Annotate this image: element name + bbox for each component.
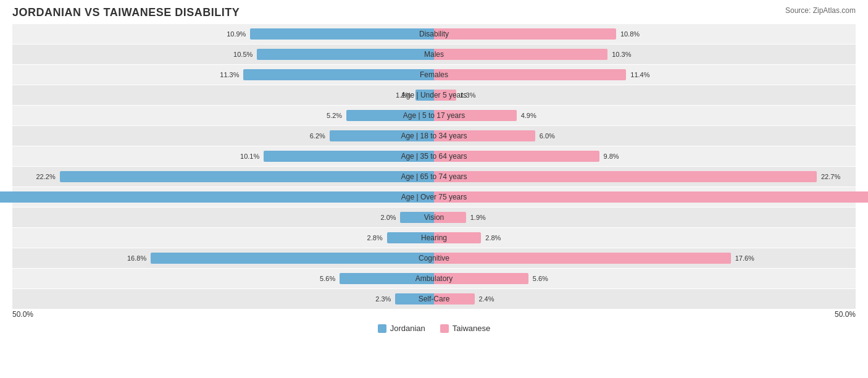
left-value: 10.5%: [233, 51, 252, 58]
right-bar: [434, 253, 731, 264]
left-bar: [387, 232, 434, 243]
taiwanese-color-swatch: [440, 324, 449, 333]
left-value: 5.2%: [327, 112, 342, 119]
right-bar: [434, 28, 616, 40]
bar-row: 16.8%17.6%Cognitive: [12, 248, 856, 268]
right-bar: [434, 293, 475, 304]
bar-row: 11.3%11.4%Females: [12, 65, 856, 85]
right-value: 1.3%: [460, 91, 475, 99]
left-value: 10.9%: [227, 30, 246, 38]
right-value: 2.4%: [478, 295, 494, 303]
left-bar: [257, 49, 434, 60]
jordanian-label: Jordanian: [390, 324, 425, 333]
left-bar: [340, 273, 434, 284]
bar-row: 5.2%4.9%Age | 5 to 17 years: [12, 106, 856, 125]
right-bar: [434, 69, 626, 80]
right-value: 4.9%: [521, 112, 536, 119]
bottom-left-label: 50.0%: [12, 310, 33, 319]
chart-title: JORDANIAN VS TAIWANESE DISABILITY: [12, 6, 240, 19]
bottom-right-label: 50.0%: [835, 310, 856, 319]
left-value: 6.2%: [310, 132, 325, 140]
left-value: 5.6%: [320, 275, 335, 282]
left-bar: [330, 130, 434, 141]
left-bar: [395, 293, 434, 304]
bar-row: 5.6%5.6%Ambulatory: [12, 269, 856, 288]
right-bar: [434, 110, 517, 121]
right-bar: [434, 130, 535, 141]
bar-row: 10.1%9.8%Age | 35 to 64 years: [12, 146, 856, 166]
bar-row: 46.1%48.2%Age | Over 75 years: [12, 187, 856, 207]
bar-row: 2.3%2.4%Self-Care: [12, 289, 856, 309]
right-value: 1.9%: [470, 214, 486, 221]
chart-container: JORDANIAN VS TAIWANESE DISABILITY Source…: [0, 0, 868, 378]
right-value: 5.6%: [533, 275, 548, 282]
right-value: 17.6%: [735, 254, 754, 262]
right-value: 22.7%: [821, 173, 840, 180]
right-value: 2.8%: [485, 234, 501, 242]
bar-row: 2.0%1.9%Vision: [12, 208, 856, 227]
right-value: 6.0%: [540, 132, 555, 140]
bar-row: 22.2%22.7%Age | 65 to 74 years: [12, 167, 856, 187]
bar-row: 6.2%6.0%Age | 18 to 34 years: [12, 126, 856, 146]
left-bar: [400, 212, 434, 223]
legend-taiwanese: Taiwanese: [440, 324, 490, 333]
right-bar: [434, 171, 817, 182]
right-bar: [434, 49, 607, 60]
bottom-labels: 50.0% 50.0%: [12, 310, 856, 319]
bar-row: 10.9%10.8%Disability: [12, 24, 856, 44]
right-bar: [434, 232, 481, 243]
left-value: 22.2%: [36, 173, 55, 180]
left-bar: [250, 28, 434, 40]
left-bar: [415, 90, 434, 101]
right-value: 9.8%: [604, 153, 619, 160]
right-bar: [434, 273, 528, 284]
right-value: 10.3%: [612, 51, 631, 58]
right-value: 10.8%: [620, 30, 640, 38]
left-bar: [346, 110, 434, 121]
left-bar: [0, 191, 434, 203]
rows-container: 10.9%10.8%Disability10.5%10.3%Males11.3%…: [12, 24, 856, 309]
left-bar: [60, 171, 435, 182]
left-value: 2.3%: [375, 295, 391, 303]
right-value: 11.4%: [630, 71, 649, 78]
left-value: 16.8%: [127, 254, 146, 262]
chart-source: Source: ZipAtlas.com: [785, 6, 856, 15]
left-value: 10.1%: [240, 153, 259, 160]
left-value: 2.8%: [367, 234, 383, 242]
right-bar: [434, 90, 456, 101]
bar-row: 2.8%2.8%Hearing: [12, 228, 856, 248]
bar-row: 1.1%1.3%Age | Under 5 years: [12, 85, 856, 105]
bar-row: 10.5%10.3%Males: [12, 44, 856, 64]
right-bar: [434, 191, 868, 203]
right-bar: [434, 212, 466, 223]
taiwanese-label: Taiwanese: [453, 324, 490, 333]
left-value: 2.0%: [380, 214, 396, 221]
right-bar: [434, 151, 599, 162]
left-bar: [264, 151, 434, 162]
legend-jordanian: Jordanian: [378, 324, 425, 333]
left-bar: [151, 253, 434, 264]
legend: Jordanian Taiwanese: [12, 324, 856, 333]
chart-header: JORDANIAN VS TAIWANESE DISABILITY Source…: [12, 6, 856, 19]
jordanian-color-swatch: [378, 324, 386, 333]
left-value: 11.3%: [220, 71, 239, 78]
left-value: 1.1%: [396, 91, 411, 99]
left-bar: [243, 69, 434, 80]
